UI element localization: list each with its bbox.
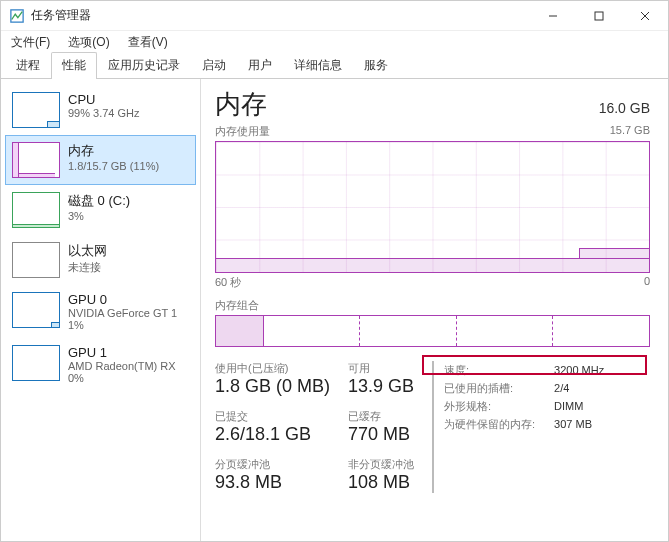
- stat-label: 已缓存: [348, 409, 414, 424]
- usage-chart-section: 内存使用量 15.7 GB 60 秒 0: [215, 124, 650, 290]
- sidebar-item-subtitle: 未连接: [68, 260, 107, 275]
- main-header: 内存 16.0 GB: [215, 87, 650, 122]
- close-button[interactable]: [622, 1, 668, 30]
- gpu-thumb-icon: [12, 345, 60, 381]
- tab-startup[interactable]: 启动: [191, 52, 237, 79]
- stat-label: 非分页缓冲池: [348, 457, 414, 472]
- window-title: 任务管理器: [31, 7, 530, 24]
- table-row: 速度:3200 MHz: [444, 361, 604, 379]
- sidebar-item-title: GPU 1: [68, 345, 176, 360]
- stat-value: 93.8 MB: [215, 472, 330, 493]
- table-row: 外形规格:DIMM: [444, 397, 604, 415]
- sidebar-item-title: 磁盘 0 (C:): [68, 192, 130, 210]
- body: CPU 99% 3.74 GHz 内存 1.8/15.7 GB (11%) 磁盘…: [1, 79, 668, 541]
- stat-label: 使用中(已压缩): [215, 361, 330, 376]
- stats-col-left: 使用中(已压缩)1.8 GB (0 MB) 已提交2.6/18.1 GB 分页缓…: [215, 361, 330, 493]
- sidebar-item-title: GPU 0: [68, 292, 177, 307]
- stats-section: 使用中(已压缩)1.8 GB (0 MB) 已提交2.6/18.1 GB 分页缓…: [215, 361, 650, 493]
- x-axis-right: 0: [644, 275, 650, 290]
- sidebar-item-disk[interactable]: 磁盘 0 (C:) 3%: [5, 185, 196, 235]
- sidebar-item-gpu1[interactable]: GPU 1 AMD Radeon(TM) RX 0%: [5, 338, 196, 391]
- usage-chart-max: 15.7 GB: [610, 124, 650, 139]
- sidebar-item-subtitle: 3%: [68, 210, 130, 222]
- sidebar: CPU 99% 3.74 GHz 内存 1.8/15.7 GB (11%) 磁盘…: [1, 79, 201, 541]
- minimize-button[interactable]: [530, 1, 576, 30]
- tab-app-history[interactable]: 应用历史记录: [97, 52, 191, 79]
- sidebar-item-gpu0[interactable]: GPU 0 NVIDIA GeForce GT 1 1%: [5, 285, 196, 338]
- memory-total: 16.0 GB: [599, 100, 650, 116]
- menu-options[interactable]: 选项(O): [62, 32, 115, 53]
- tab-services[interactable]: 服务: [353, 52, 399, 79]
- memory-usage-chart[interactable]: [215, 141, 650, 273]
- page-title: 内存: [215, 87, 267, 122]
- composition-label: 内存组合: [215, 298, 650, 313]
- stats-col-mid: 可用13.9 GB 已缓存770 MB 非分页缓冲池108 MB: [348, 361, 414, 493]
- tab-users[interactable]: 用户: [237, 52, 283, 79]
- gpu-thumb-icon: [12, 292, 60, 328]
- menu-file[interactable]: 文件(F): [5, 32, 56, 53]
- titlebar: 任务管理器: [1, 1, 668, 31]
- stat-value: 13.9 GB: [348, 376, 414, 397]
- task-manager-icon: [9, 8, 25, 24]
- stat-label: 可用: [348, 361, 414, 376]
- table-row: 已使用的插槽:2/4: [444, 379, 604, 397]
- task-manager-window: 任务管理器 文件(F) 选项(O) 查看(V) 进程 性能 应用历史记录 启动 …: [0, 0, 669, 542]
- tab-processes[interactable]: 进程: [5, 52, 51, 79]
- sidebar-item-ethernet[interactable]: 以太网 未连接: [5, 235, 196, 285]
- memory-composition-bar[interactable]: [215, 315, 650, 347]
- disk-thumb-icon: [12, 192, 60, 228]
- sidebar-item-subtitle: AMD Radeon(TM) RX 0%: [68, 360, 176, 384]
- stat-value: 1.8 GB (0 MB): [215, 376, 330, 397]
- stat-value: 108 MB: [348, 472, 414, 493]
- stat-value: 770 MB: [348, 424, 414, 445]
- table-row: 为硬件保留的内存:307 MB: [444, 415, 604, 433]
- main-panel: 内存 16.0 GB 内存使用量 15.7 GB 60 秒 0 内存组合: [201, 79, 668, 541]
- stat-label: 已提交: [215, 409, 330, 424]
- memory-details-table: 速度:3200 MHz 已使用的插槽:2/4 外形规格:DIMM 为硬件保留的内…: [432, 361, 604, 493]
- tab-performance[interactable]: 性能: [51, 52, 97, 79]
- tab-details[interactable]: 详细信息: [283, 52, 353, 79]
- window-controls: [530, 1, 668, 30]
- sidebar-item-title: CPU: [68, 92, 140, 107]
- sidebar-item-subtitle: 1.8/15.7 GB (11%): [68, 160, 159, 172]
- maximize-button[interactable]: [576, 1, 622, 30]
- stat-value: 2.6/18.1 GB: [215, 424, 330, 445]
- tab-bar: 进程 性能 应用历史记录 启动 用户 详细信息 服务: [1, 53, 668, 79]
- usage-chart-label: 内存使用量: [215, 124, 270, 139]
- menubar: 文件(F) 选项(O) 查看(V): [1, 31, 668, 53]
- menu-view[interactable]: 查看(V): [122, 32, 174, 53]
- memory-thumb-icon: [12, 142, 60, 178]
- sidebar-item-title: 以太网: [68, 242, 107, 260]
- sidebar-item-title: 内存: [68, 142, 159, 160]
- sidebar-item-subtitle: NVIDIA GeForce GT 1 1%: [68, 307, 177, 331]
- sidebar-item-memory[interactable]: 内存 1.8/15.7 GB (11%): [5, 135, 196, 185]
- sidebar-item-cpu[interactable]: CPU 99% 3.74 GHz: [5, 85, 196, 135]
- stat-label: 分页缓冲池: [215, 457, 330, 472]
- sidebar-item-subtitle: 99% 3.74 GHz: [68, 107, 140, 119]
- cpu-thumb-icon: [12, 92, 60, 128]
- svg-rect-2: [595, 12, 603, 20]
- x-axis-left: 60 秒: [215, 275, 241, 290]
- ethernet-thumb-icon: [12, 242, 60, 278]
